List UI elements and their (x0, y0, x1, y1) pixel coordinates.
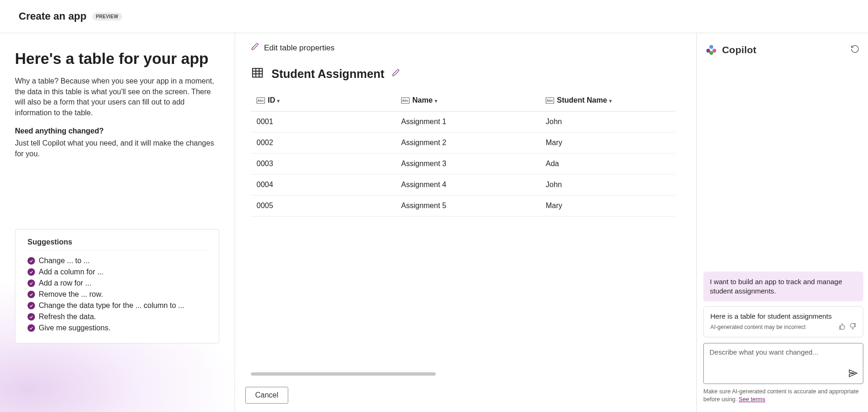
left-panel: Here's a table for your app Why a table?… (0, 33, 235, 412)
suggestion-text: Add a column for ... (39, 268, 104, 276)
cell-student[interactable]: Mary (540, 196, 675, 216)
chevron-down-icon: ▾ (435, 98, 437, 104)
table-row[interactable]: 0001Assignment 1John (251, 112, 675, 133)
chat-user-message: I want to build an app to track and mana… (703, 272, 863, 302)
suggestion-item[interactable]: Add a column for ... (28, 266, 207, 278)
chat-input[interactable] (703, 343, 863, 384)
horizontal-scrollbar[interactable] (251, 372, 436, 376)
check-icon (28, 268, 35, 276)
center-panel: Edit table properties Student Assignment (235, 33, 696, 412)
text-type-icon: Abc (257, 98, 265, 104)
left-subheading: Need anything changed? (15, 127, 216, 135)
suggestion-text: Change the data type for the ... column … (39, 301, 184, 310)
suggestion-text: Remove the ... row. (39, 290, 103, 299)
thumbs-down-icon[interactable] (849, 323, 856, 331)
cell-id[interactable]: 0005 (251, 196, 396, 216)
chevron-down-icon: ▾ (277, 98, 280, 104)
check-icon (28, 279, 35, 287)
chat-bot-message: Here is a table for student assignments … (703, 306, 863, 337)
preview-badge: PREVIEW (92, 13, 122, 21)
send-icon[interactable] (848, 368, 858, 380)
check-icon (28, 291, 35, 298)
cell-id[interactable]: 0003 (251, 154, 396, 175)
reload-icon[interactable] (848, 42, 861, 57)
cancel-button[interactable]: Cancel (245, 387, 288, 404)
cell-name[interactable]: Assignment 2 (396, 133, 540, 154)
thumbs-up-icon[interactable] (839, 323, 846, 331)
see-terms-link[interactable]: See terms (739, 396, 765, 403)
suggestion-text: Give me suggestions. (39, 324, 111, 332)
chat-bot-text: Here is a table for student assignments (710, 312, 856, 320)
cell-student[interactable]: Mary (540, 133, 675, 154)
cell-id[interactable]: 0004 (251, 175, 396, 196)
column-header-name[interactable]: AbcName▾ (396, 90, 540, 112)
suggestion-item[interactable]: Remove the ... row. (28, 289, 207, 300)
check-icon (28, 313, 35, 321)
check-icon (28, 302, 35, 309)
data-table: AbcID▾ AbcName▾ AbcStudent Name▾ 0001Ass… (251, 90, 675, 216)
table-icon (251, 66, 264, 81)
cell-id[interactable]: 0002 (251, 133, 396, 154)
table-title: Student Assignment (271, 67, 384, 81)
page-title: Create an app (19, 10, 87, 22)
check-icon (28, 324, 35, 332)
cell-name[interactable]: Assignment 3 (396, 154, 540, 175)
svg-rect-0 (253, 69, 263, 77)
suggestion-item[interactable]: Add a row for ... (28, 278, 207, 289)
ai-disclaimer: AI-generated content may be incorrect (710, 324, 806, 330)
copilot-panel: Copilot I want to build an app to track … (696, 33, 868, 412)
suggestions-card: Suggestions Change ... to ...Add a colum… (15, 229, 219, 343)
text-type-icon: Abc (546, 98, 554, 104)
text-type-icon: Abc (401, 98, 410, 104)
suggestion-item[interactable]: Give me suggestions. (28, 322, 207, 334)
column-header-student-name[interactable]: AbcStudent Name▾ (540, 90, 675, 112)
table-row[interactable]: 0004Assignment 4John (251, 175, 675, 196)
svg-point-7 (712, 49, 716, 53)
edit-table-properties-link[interactable]: Edit table properties (251, 42, 334, 53)
chevron-down-icon: ▾ (609, 98, 612, 104)
table-row[interactable]: 0003Assignment 3Ada (251, 154, 675, 175)
left-heading: Here's a table for your app (15, 50, 216, 68)
svg-point-6 (706, 49, 710, 53)
cell-student[interactable]: John (540, 175, 675, 196)
cell-name[interactable]: Assignment 1 (396, 112, 540, 133)
svg-point-5 (709, 45, 713, 49)
suggestion-text: Add a row for ... (39, 279, 91, 287)
copilot-footer-note: Make sure AI-generated content is accura… (703, 388, 863, 404)
svg-point-8 (709, 51, 713, 55)
copilot-title: Copilot (722, 44, 757, 56)
table-row[interactable]: 0005Assignment 5Mary (251, 196, 675, 216)
cell-name[interactable]: Assignment 5 (396, 196, 540, 216)
cell-id[interactable]: 0001 (251, 112, 396, 133)
suggestion-item[interactable]: Change ... to ... (28, 255, 207, 266)
suggestion-item[interactable]: Change the data type for the ... column … (28, 300, 207, 311)
suggestions-title: Suggestions (28, 238, 207, 251)
cell-name[interactable]: Assignment 4 (396, 175, 540, 196)
suggestion-text: Refresh the data. (39, 313, 96, 321)
suggestion-text: Change ... to ... (39, 257, 90, 265)
pencil-icon (251, 42, 259, 53)
left-instruction: Just tell Copilot what you need, and it … (15, 138, 216, 159)
header: Create an app PREVIEW (0, 0, 868, 33)
cell-student[interactable]: Ada (540, 154, 675, 175)
suggestion-item[interactable]: Refresh the data. (28, 311, 207, 322)
left-description: Why a table? Because when you see your a… (15, 76, 216, 119)
pencil-icon[interactable] (392, 69, 400, 79)
chat-textarea[interactable] (709, 348, 857, 373)
check-icon (28, 257, 35, 265)
table-row[interactable]: 0002Assignment 2Mary (251, 133, 675, 154)
column-header-id[interactable]: AbcID▾ (251, 90, 396, 112)
copilot-logo-icon (705, 44, 717, 56)
cell-student[interactable]: John (540, 112, 675, 133)
edit-table-properties-label: Edit table properties (264, 43, 334, 53)
